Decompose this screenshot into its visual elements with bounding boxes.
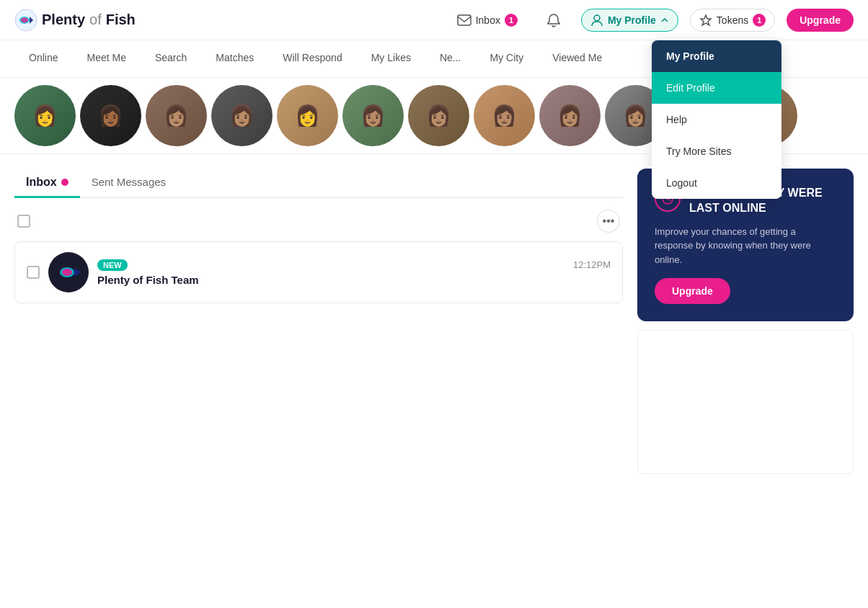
inbox-tabs: Inbox Sent Messages [14, 169, 623, 198]
my-profile-label: My Profile [608, 14, 656, 26]
photo-thumb-8[interactable]: 👩🏽 [474, 85, 535, 146]
tokens-badge: 1 [753, 14, 766, 27]
tokens-button[interactable]: Tokens 1 [690, 9, 775, 32]
inbox-badge: 1 [505, 14, 518, 27]
main-content: Inbox Sent Messages ••• [0, 154, 868, 488]
new-badge: NEW [97, 259, 128, 271]
logo-icon [14, 9, 37, 32]
svg-point-2 [21, 17, 28, 22]
widget-upgrade-button[interactable]: Upgrade [655, 278, 730, 304]
my-profile-button[interactable]: My Profile [581, 9, 678, 32]
photo-thumb-1[interactable]: 👩 [14, 85, 76, 146]
nav-matches[interactable]: Matches [201, 40, 268, 78]
nav-new[interactable]: Ne... [425, 40, 476, 78]
dropdown-try-more-sites[interactable]: Try More Sites [652, 135, 781, 167]
photo-thumb-4[interactable]: 👩🏽 [211, 85, 273, 146]
tokens-label: Tokens [717, 14, 748, 26]
profile-icon [590, 14, 603, 27]
dropdown-my-profile[interactable]: My Profile [652, 40, 781, 72]
inbox-section: Inbox Sent Messages ••• [14, 169, 623, 474]
widget-description: Improve your chances of getting a respon… [655, 225, 836, 267]
nav-viewed-me[interactable]: Viewed Me [538, 40, 616, 78]
nav-my-city[interactable]: My City [476, 40, 539, 78]
svg-line-12 [668, 199, 670, 200]
sidebar-widget: SEE WHEN THEY WERE LAST ONLINE Improve y… [637, 169, 854, 474]
chevron-up-icon [660, 16, 669, 24]
more-options-button[interactable]: ••• [597, 210, 620, 233]
photo-thumb-5[interactable]: 👩 [277, 85, 338, 146]
star-icon [699, 14, 712, 27]
nav-meet-me[interactable]: Meet Me [72, 40, 140, 78]
inbox-icon [457, 14, 471, 26]
photo-thumb-2[interactable]: 👩🏾 [80, 85, 141, 146]
nav-search[interactable]: Search [141, 40, 201, 78]
logo-of: of [89, 12, 102, 28]
svg-point-8 [62, 269, 72, 276]
message-row[interactable]: NEW 12:12PM Plenty of Fish Team [14, 241, 623, 303]
inbox-tab-label: Inbox [26, 176, 57, 189]
photo-thumb-9[interactable]: 👩🏽 [539, 85, 601, 146]
dropdown-edit-profile[interactable]: Edit Profile [652, 72, 781, 104]
inbox-label: Inbox [476, 14, 500, 26]
tab-inbox[interactable]: Inbox [14, 169, 80, 198]
logo-plenty: Plenty [42, 12, 85, 28]
tab-sent-messages[interactable]: Sent Messages [80, 169, 177, 197]
svg-marker-9 [74, 268, 81, 277]
select-all-checkbox-wrapper [17, 215, 30, 228]
nav-will-respond[interactable]: Will Respond [268, 40, 356, 78]
nav-online[interactable]: Online [14, 40, 72, 78]
sidebar-white-box [637, 330, 854, 474]
select-all-checkbox[interactable] [17, 215, 30, 228]
bell-icon [546, 13, 561, 27]
top-navigation: PlentyofFish Inbox 1 My Profile Tokens 1… [0, 0, 868, 40]
photo-thumb-3[interactable]: 👩🏽 [146, 85, 207, 146]
profile-dropdown-menu: My Profile Edit Profile Help Try More Si… [652, 40, 781, 199]
svg-marker-6 [701, 15, 711, 25]
message-time: 12:12PM [573, 259, 611, 270]
dropdown-logout[interactable]: Logout [652, 167, 781, 199]
upgrade-button[interactable]: Upgrade [787, 9, 854, 32]
message-avatar [48, 252, 89, 292]
photo-thumb-6[interactable]: 👩🏽 [342, 85, 404, 146]
logo-fish: Fish [106, 12, 136, 28]
svg-rect-4 [458, 15, 471, 25]
photo-thumb-7[interactable]: 👩🏽 [408, 85, 469, 146]
svg-point-5 [594, 15, 600, 21]
dropdown-help[interactable]: Help [652, 104, 781, 135]
nav-my-likes[interactable]: My Likes [357, 40, 425, 78]
inbox-toolbar: ••• [14, 210, 623, 233]
notifications-button[interactable] [538, 9, 570, 32]
message-header: NEW 12:12PM [97, 259, 611, 271]
message-sender[interactable]: Plenty of Fish Team [97, 274, 611, 286]
inbox-dot [61, 179, 68, 186]
message-content: NEW 12:12PM Plenty of Fish Team [97, 259, 611, 286]
inbox-button[interactable]: Inbox 1 [448, 9, 526, 31]
message-checkbox[interactable] [27, 266, 40, 279]
app-logo[interactable]: PlentyofFish [14, 9, 136, 32]
pof-avatar-icon [54, 259, 83, 285]
